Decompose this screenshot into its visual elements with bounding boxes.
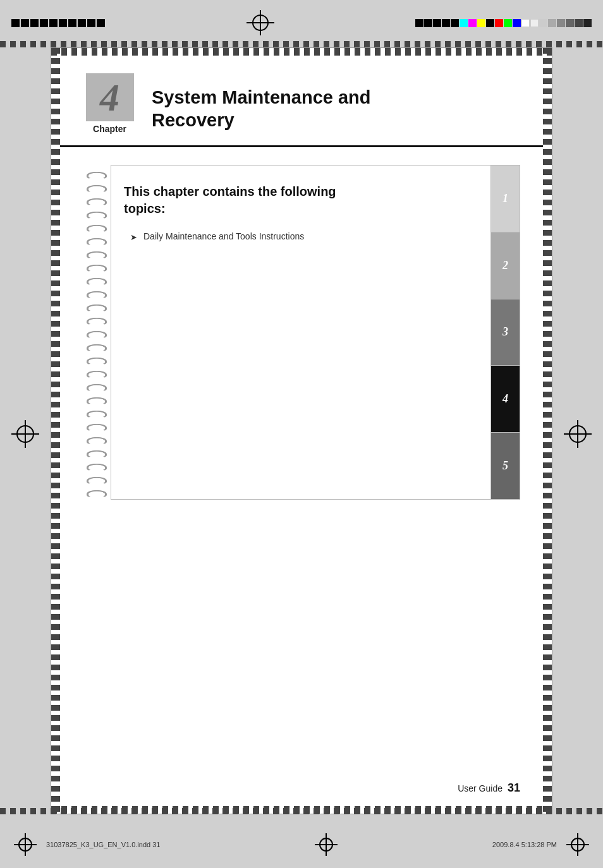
tab-5-label: 5: [502, 459, 508, 473]
spiral-ring: [87, 251, 107, 260]
chapter-title-line2: Recovery: [152, 109, 520, 131]
black-square: [49, 19, 58, 27]
notebook-paper: This chapter contains the following topi…: [111, 165, 491, 500]
topic-arrow-icon: ➤: [130, 232, 137, 242]
heading-line1: This chapter contains the following: [124, 184, 336, 198]
black-square: [68, 19, 76, 27]
chapter-number-digit: 4: [100, 78, 119, 117]
black-square: [424, 19, 432, 27]
bottom-right-area: 2009.8.4 5:13:28 PM: [492, 833, 589, 856]
black-square: [59, 19, 67, 27]
spiral-ring: [87, 384, 107, 392]
tab-1-label: 1: [502, 192, 508, 205]
spiral-ring: [87, 225, 107, 233]
bottom-crosshair-right: [566, 833, 589, 856]
spiral-ring: [87, 371, 107, 379]
topic-list: ➤ Daily Maintenance and Tools Instructio…: [124, 231, 474, 242]
bottom-file-info: 31037825_K3_UG_EN_V1.0.indd 31: [46, 841, 160, 848]
spiral-ring: [87, 331, 107, 339]
chapter-title: System Maintenance and Recovery: [152, 86, 520, 135]
spiral-ring: [87, 238, 107, 246]
tab-3-label: 3: [502, 325, 508, 339]
left-registration-marks: [11, 19, 105, 27]
black-square: [21, 19, 29, 27]
topic-text: Daily Maintenance and Tools Instructions: [143, 231, 304, 241]
spiral-ring: [87, 424, 107, 432]
bottom-crosshair-left: [14, 833, 37, 856]
spiral-ring: [87, 411, 107, 419]
bottom-bar: 31037825_K3_UG_EN_V1.0.indd 31 2009.8.4 …: [0, 814, 603, 868]
spiral-ring: [87, 198, 107, 207]
black-square: [433, 19, 441, 27]
chapter-header: 4 Chapter System Maintenance and Recover…: [60, 56, 543, 147]
spiral-ring: [87, 265, 107, 273]
tab-4-label: 4: [502, 392, 508, 406]
black-square: [451, 19, 459, 27]
chapter-number-block: 4 Chapter: [83, 73, 137, 134]
black-square: [415, 19, 423, 27]
page-footer: User Guide 31: [458, 781, 520, 795]
notebook-section: This chapter contains the following topi…: [60, 147, 543, 512]
bottom-dashes-strip: [0, 808, 603, 814]
top-dashes-strip: [0, 41, 603, 47]
tab-2[interactable]: 2: [491, 232, 520, 299]
tab-4[interactable]: 4: [491, 366, 520, 433]
black-square: [78, 19, 86, 27]
bottom-left-crosshair: 31037825_K3_UG_EN_V1.0.indd 31: [14, 833, 160, 856]
chapter-number-background: 4: [86, 73, 134, 121]
black-square: [87, 19, 95, 27]
tab-3[interactable]: 3: [491, 299, 520, 366]
footer-page-number: 31: [508, 781, 520, 795]
chapter-title-line1: System Maintenance and: [152, 86, 520, 109]
spiral-ring: [87, 278, 107, 286]
heading-line2: topics:: [124, 202, 166, 215]
chapter-tabs: 1 2 3 4 5: [491, 165, 520, 500]
left-dash-border: [51, 48, 60, 814]
spiral-ring: [87, 437, 107, 445]
spiral-ring: [87, 318, 107, 326]
spiral-ring: [87, 477, 107, 485]
spiral-binding: [83, 165, 111, 500]
spiral-ring: [87, 397, 107, 406]
black-square: [11, 19, 20, 27]
footer-label: User Guide: [458, 783, 502, 793]
black-square: [97, 19, 105, 27]
spiral-ring: [87, 304, 107, 313]
black-square: [40, 19, 48, 27]
right-color-bars: [415, 19, 592, 27]
spiral-ring: [87, 490, 107, 498]
spiral-ring: [87, 291, 107, 299]
spiral-ring: [87, 358, 107, 366]
bottom-date-info: 2009.8.4 5:13:28 PM: [492, 841, 557, 848]
topic-item: ➤ Daily Maintenance and Tools Instructio…: [130, 231, 474, 242]
tab-1[interactable]: 1: [491, 166, 520, 232]
right-dash-border: [543, 48, 552, 814]
black-square: [30, 19, 39, 27]
black-square: [442, 19, 450, 27]
tab-2-label: 2: [502, 259, 508, 272]
page-inner-content: 4 Chapter System Maintenance and Recover…: [60, 56, 543, 806]
spiral-ring: [87, 344, 107, 353]
top-print-area: [0, 0, 603, 41]
left-side-crosshair: [11, 420, 39, 448]
bottom-crosshair-center: [315, 833, 338, 856]
tab-5[interactable]: 5: [491, 433, 520, 499]
spiral-ring: [87, 450, 107, 459]
right-side-crosshair: [564, 420, 592, 448]
spiral-ring: [87, 464, 107, 472]
spiral-ring: [87, 185, 107, 193]
spiral-ring: [87, 212, 107, 220]
main-page: 4 Chapter System Maintenance and Recover…: [51, 47, 552, 814]
topics-heading: This chapter contains the following topi…: [124, 183, 474, 217]
top-dash-border: [51, 48, 552, 56]
top-crosshair: [247, 10, 274, 35]
chapter-label: Chapter: [93, 124, 126, 134]
spiral-ring: [87, 172, 107, 180]
